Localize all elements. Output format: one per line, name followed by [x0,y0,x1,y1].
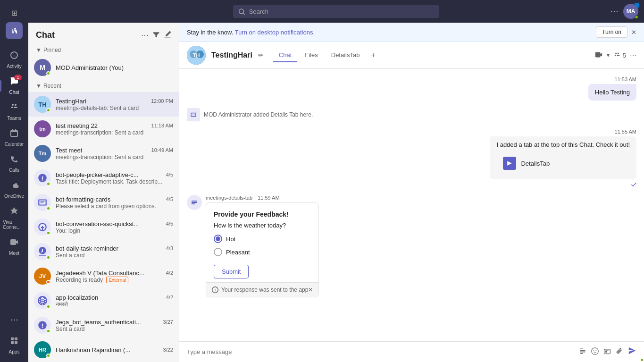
chat-name: test meeting 22 [56,122,98,129]
message-with-card: I added a tab at the top of this Chat. C… [490,136,636,189]
viva-label: Viva Conne... [3,219,25,230]
chat-time: 11:18 AM [151,123,173,128]
attach-icon[interactable] [616,347,623,357]
turn-on-button[interactable]: Turn on [596,26,627,38]
radio-inner [216,236,220,241]
list-item[interactable]: app-localization 4/2 नमस्ते [28,288,179,313]
sidebar-item-more[interactable]: ⋯ [0,311,28,328]
notif-close-icon[interactable]: ✕ [631,29,636,36]
chat-time: 4/2 [166,295,173,300]
chat-time: 4/3 [166,245,173,251]
apps-label: Apps [9,349,20,354]
radio-option-pleasant[interactable]: Pleasant [214,248,311,256]
list-item[interactable]: TH TestingHari 12:00 PM meetings-details… [28,92,179,117]
chat-preview: You: login [56,227,173,234]
feedback-card: Provide your Feedback! How is the weathe… [206,202,319,297]
sidebar-filter-icon[interactable] [152,31,160,40]
grid-icon[interactable]: ⊞ [7,4,22,22]
details-tab-card[interactable]: DetailsTab [496,152,630,175]
sidebar-item-calendar[interactable]: Calendar [0,125,28,151]
list-item[interactable]: Tm Test meet 10:49 AM meetings-transcrip… [28,141,179,166]
list-item[interactable]: bot-formatting-cards 4/5 Please select a… [28,190,179,215]
list-item[interactable]: Jega_bot_teams_authenticati... 3/27 Sent… [28,313,179,337]
chat-name: Harikrishnan Rajandiran (... [56,346,130,354]
notification-dot: MA [623,4,638,19]
chat-preview: meetings-transcription: Sent a card [56,129,173,136]
header-more-icon[interactable]: ⋯ [630,51,636,59]
pinned-section-header[interactable]: ▼ Pinned [28,44,179,55]
response-sent-bar: i Your response was sent to the app ✕ [206,282,318,297]
add-tab-button[interactable]: + [367,48,379,62]
sidebar-item-apps[interactable]: Apps [0,332,28,358]
list-item[interactable]: JV Jegadeesh V (Tata Consultanc... 4/2 R… [28,264,179,288]
response-close-icon[interactable]: ✕ [308,286,313,293]
card-title: Provide your Feedback! [214,210,311,218]
calendar-icon [9,128,19,140]
list-item[interactable]: M MOD Administrator (You) [28,55,179,80]
sidebar-item-activity[interactable]: Activity [0,47,28,73]
chat-name: bot-people-picker-adaptive-c... [56,171,139,178]
chat-time: 3/27 [163,319,173,325]
participants-icon[interactable]: 5 [613,51,626,59]
list-item[interactable]: HR Harikrishnan Rajandiran (... 3/22 [28,337,179,362]
list-item[interactable]: bot-conversation-sso-quickst... 4/5 You:… [28,215,179,239]
external-badge: External [106,277,128,283]
message-input[interactable] [187,348,575,355]
sidebar-compose-icon[interactable] [164,31,171,40]
sidebar-item-teams[interactable]: Teams [0,99,28,125]
bot-avatar-wrapper [34,292,51,309]
sidebar-item-chat[interactable]: 1 Chat [0,73,28,99]
message-timestamp: 11:55 AM [187,129,636,135]
sidebar-more-icon[interactable]: ⋯ [141,31,149,40]
message-group-1: 11:53 AM Hello Testing [187,76,636,101]
edit-chat-icon[interactable]: ✏ [258,51,264,59]
activity-label: Activity [7,64,22,69]
topbar-more-icon[interactable]: ⋯ [610,6,619,17]
video-chevron-icon[interactable]: ▾ [607,52,610,59]
list-item[interactable]: bot-daily-task-reminder 4/3 Sent a card [28,239,179,264]
recent-section-header[interactable]: ▼ Recent [28,80,179,92]
radio-button-pleasant[interactable] [214,248,222,256]
tab-chat[interactable]: Chat [273,49,297,62]
sidebar-header: Chat ⋯ [28,23,179,44]
topbar: Search ⋯ MA [28,0,644,23]
sidebar-item-viva[interactable]: Viva Conne... [0,202,28,234]
chat-time: 4/5 [166,221,173,227]
search-placeholder: Search [249,8,268,15]
sidebar-item-onedrive[interactable]: OneDrive [0,177,28,202]
chat-name: bot-daily-task-reminder [56,245,118,252]
tab-files[interactable]: Files [299,49,323,62]
radio-option-hot[interactable]: Hot [214,235,311,243]
chat-name: Test meet [56,147,82,154]
notification-bar: Stay in the know. Turn on desktop notifi… [179,23,644,42]
onedrive-icon [9,180,19,192]
sidebar-item-meet[interactable]: Meet [0,234,28,260]
notif-link[interactable]: Turn on desktop notifications. [235,29,315,36]
user-avatar[interactable]: MA [623,4,638,19]
icon-bar: ⊞ Activity 1 Chat Teams [0,0,28,362]
list-item[interactable]: tm test meeting 22 11:18 AM meetings-tra… [28,117,179,141]
giphy-icon[interactable] [603,347,611,357]
tab-details[interactable]: DetailsTab [326,49,366,62]
status-indicator [46,182,50,186]
avatar: M [34,59,51,76]
radio-button-hot[interactable] [214,235,222,243]
emoji-icon[interactable] [591,347,599,357]
message-sender-info: meetings-details-tab 11:59 AM [206,195,319,201]
chat-header-name: TestingHari [211,51,252,59]
video-call-icon[interactable] [594,51,603,60]
chat-name: app-localization [56,294,98,301]
send-button[interactable] [628,346,636,357]
chat-info: app-localization 4/2 नमस्ते [56,294,173,308]
format-icon[interactable] [579,347,586,357]
status-indicator [46,71,50,76]
chat-nav-icon: 1 [9,76,19,88]
submit-button[interactable]: Submit [214,265,249,278]
sidebar-list: ▼ Pinned M MOD Administrator (You) [28,44,179,362]
notif-actions: Turn on ✕ [596,26,636,38]
list-item[interactable]: bot-people-picker-adaptive-c... 4/5 Task… [28,166,179,190]
bot-avatar-wrapper [34,219,51,236]
search-bar[interactable]: Search [233,5,440,18]
sidebar-item-calls[interactable]: Calls [0,151,28,177]
online-status-dot [635,15,638,19]
